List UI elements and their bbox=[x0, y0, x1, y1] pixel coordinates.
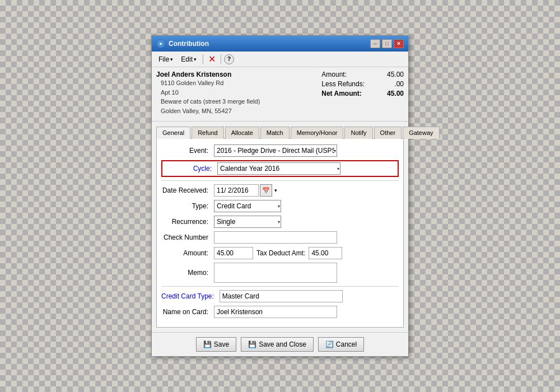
tax-deduct-input[interactable] bbox=[309, 247, 342, 259]
calendar-button[interactable]: 📅 bbox=[260, 184, 272, 197]
type-select-wrapper: Credit Card Check Cash EFT ▾ bbox=[214, 200, 281, 212]
credit-card-type-label: Credit Card Type: bbox=[161, 292, 217, 300]
save-close-icon: 💾 bbox=[248, 340, 256, 348]
tab-gateway[interactable]: Gateway bbox=[403, 127, 439, 139]
person-address: 9110 Golden Valley Rd Apt 10 Beware of c… bbox=[156, 78, 260, 115]
recurrence-label: Recurrence: bbox=[161, 218, 212, 226]
type-select[interactable]: Credit Card Check Cash EFT bbox=[214, 200, 281, 212]
check-number-label: Check Number bbox=[161, 234, 212, 241]
amount-value: 45.00 bbox=[376, 71, 404, 78]
bottom-buttons: 💾 Save 💾 Save and Close 🔄 Cancel bbox=[152, 332, 408, 356]
cycle-select[interactable]: Calendar Year 2016 bbox=[217, 162, 340, 175]
person-info-area: Joel Anders Kristenson 9110 Golden Valle… bbox=[152, 67, 408, 122]
close-button[interactable]: ✕ bbox=[394, 39, 404, 48]
save-icon: 💾 bbox=[203, 340, 212, 348]
net-amount-row: Net Amount: 45.00 bbox=[321, 90, 404, 97]
help-button[interactable]: ? bbox=[224, 54, 234, 64]
name-on-card-input[interactable] bbox=[214, 306, 337, 318]
amount-tax-row: Amount: Tax Deduct Amt: bbox=[161, 247, 399, 259]
event-label: Event: bbox=[161, 147, 212, 155]
file-menu[interactable]: File ▾ bbox=[155, 54, 176, 64]
memo-input[interactable] bbox=[214, 263, 337, 283]
tab-match[interactable]: Match bbox=[260, 127, 290, 139]
less-refunds-row: Less Refunds: .00 bbox=[321, 80, 404, 88]
event-select-wrapper: 2016 - Pledge Drive - Direct Mail (USPS)… bbox=[214, 144, 337, 157]
cancel-button[interactable]: 🔄 Cancel bbox=[318, 337, 364, 352]
window-title: Contribution bbox=[169, 40, 209, 48]
check-number-input[interactable] bbox=[214, 231, 337, 244]
name-on-card-row: Name on Card: bbox=[161, 306, 399, 318]
contribution-window: ● Contribution ─ □ ✕ File ▾ Edit ▾ ✕ ? J… bbox=[151, 35, 409, 357]
amount-form-label: Amount: bbox=[161, 249, 212, 257]
maximize-button[interactable]: □ bbox=[382, 39, 392, 48]
person-name: Joel Anders Kristenson bbox=[156, 71, 260, 78]
check-number-row: Check Number bbox=[161, 231, 399, 244]
app-icon: ● bbox=[156, 39, 165, 48]
amount-row: Amount: 45.00 bbox=[321, 71, 404, 78]
date-received-label: Date Received: bbox=[161, 186, 212, 194]
form-area: Event: 2016 - Pledge Drive - Direct Mail… bbox=[156, 139, 404, 328]
menu-bar: File ▾ Edit ▾ ✕ ? bbox=[152, 52, 408, 67]
tax-deduct-label: Tax Deduct Amt: bbox=[256, 249, 305, 257]
title-bar: ● Contribution ─ □ ✕ bbox=[152, 36, 408, 52]
edit-menu[interactable]: Edit ▾ bbox=[178, 54, 200, 64]
title-buttons: ─ □ ✕ bbox=[370, 39, 404, 48]
cycle-row: Cycle: Calendar Year 2016 ▾ bbox=[161, 160, 399, 177]
amount-inline: Tax Deduct Amt: bbox=[214, 247, 342, 259]
delete-button[interactable]: ✕ bbox=[206, 54, 218, 64]
tabs-container: General Refund Allocate Match Memory/Hon… bbox=[152, 126, 408, 328]
amount-input[interactable] bbox=[214, 247, 253, 259]
section-divider-1 bbox=[161, 180, 399, 181]
date-received-input[interactable] bbox=[214, 184, 259, 197]
amounts-block: Amount: 45.00 Less Refunds: .00 Net Amou… bbox=[321, 71, 404, 115]
save-button[interactable]: 💾 Save bbox=[196, 337, 236, 352]
type-row: Type: Credit Card Check Cash EFT ▾ bbox=[161, 200, 399, 212]
type-label: Type: bbox=[161, 202, 212, 210]
less-refunds-label: Less Refunds: bbox=[321, 80, 365, 88]
credit-card-type-input[interactable] bbox=[220, 290, 343, 302]
section-divider-2 bbox=[161, 286, 399, 287]
minimize-button[interactable]: ─ bbox=[370, 39, 380, 48]
save-and-close-button[interactable]: 💾 Save and Close bbox=[241, 337, 314, 352]
recurrence-select-wrapper: Single Monthly Quarterly Annual ▾ bbox=[214, 216, 281, 228]
tab-notify[interactable]: Notify bbox=[344, 127, 372, 139]
date-received-row: Date Received: 📅 ▾ bbox=[161, 184, 399, 197]
tab-general[interactable]: General bbox=[156, 127, 190, 139]
date-input-wrapper: 📅 ▾ bbox=[214, 184, 277, 197]
event-row: Event: 2016 - Pledge Drive - Direct Mail… bbox=[161, 144, 399, 157]
tab-refund[interactable]: Refund bbox=[192, 127, 223, 139]
event-select[interactable]: 2016 - Pledge Drive - Direct Mail (USPS) bbox=[214, 144, 337, 157]
tab-other[interactable]: Other bbox=[374, 127, 402, 139]
title-bar-left: ● Contribution bbox=[156, 39, 209, 48]
recurrence-select[interactable]: Single Monthly Quarterly Annual bbox=[214, 216, 281, 228]
memo-row: Memo: bbox=[161, 263, 399, 283]
amount-label: Amount: bbox=[321, 71, 347, 78]
memo-label: Memo: bbox=[161, 269, 212, 277]
menu-separator-2 bbox=[221, 54, 221, 64]
person-block: Joel Anders Kristenson 9110 Golden Valle… bbox=[156, 71, 260, 115]
tab-allocate[interactable]: Allocate bbox=[225, 127, 259, 139]
recurrence-row: Recurrence: Single Monthly Quarterly Ann… bbox=[161, 216, 399, 228]
cancel-icon: 🔄 bbox=[325, 340, 334, 348]
name-on-card-label: Name on Card: bbox=[161, 308, 212, 316]
cycle-label: Cycle: bbox=[165, 165, 215, 172]
net-amount-value: 45.00 bbox=[376, 90, 404, 97]
less-refunds-value: .00 bbox=[376, 80, 404, 88]
credit-card-type-row: Credit Card Type: bbox=[161, 290, 399, 302]
tabs: General Refund Allocate Match Memory/Hon… bbox=[156, 126, 404, 139]
tab-memory-honor[interactable]: Memory/Honor bbox=[291, 127, 344, 139]
net-amount-label: Net Amount: bbox=[321, 90, 362, 97]
cycle-select-wrapper: Calendar Year 2016 ▾ bbox=[217, 162, 340, 175]
menu-separator-1 bbox=[203, 54, 203, 64]
